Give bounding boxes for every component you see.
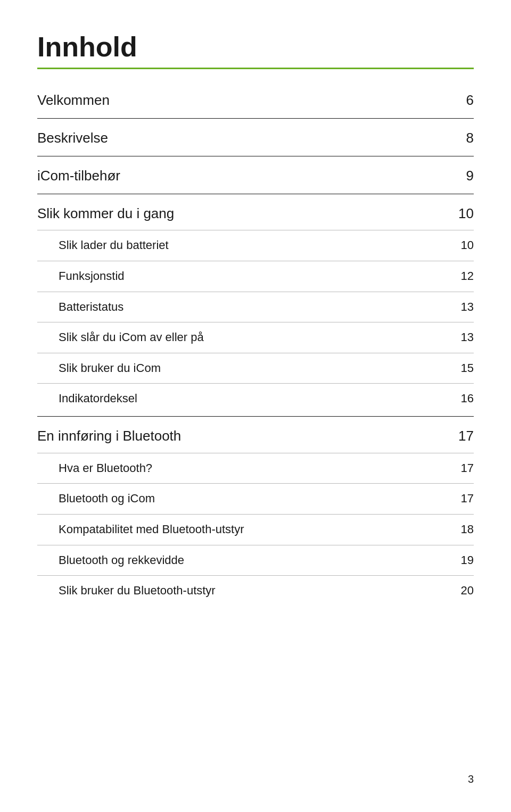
subdivider-slik-bruker [37,353,474,353]
toc-page-slik-slar: 13 [452,330,474,345]
toc-entry-slik-bruker[interactable]: Slik bruker du iCom 15 [37,354,474,383]
toc-section-velkommen: Velkommen 6 [37,85,474,119]
toc-page-rekkevidde: 19 [452,553,474,568]
toc-entry-slik-slar[interactable]: Slik slår du iCom av eller på 13 [37,324,474,352]
toc-page-slik-bruker-bluetooth: 20 [452,583,474,599]
toc-page-slik-bruker: 15 [452,361,474,376]
toc-entry-bluetooth-innforing[interactable]: En innføring i Bluetooth 17 [37,421,474,452]
title-divider [37,68,474,69]
toc-label-slik-slar: Slik slår du iCom av eller på [59,330,452,345]
toc-entry-velkommen[interactable]: Velkommen 6 [37,85,474,116]
subdivider-hva-er [37,453,474,453]
page-number: 3 [468,773,474,785]
toc-label-velkommen: Velkommen [37,92,452,110]
toc-label-batteristatus: Batteristatus [59,300,452,315]
toc-label-icom: iCom-tilbehør [37,167,452,185]
divider-icom [37,194,474,194]
subdivider-batteristatus [37,292,474,292]
subdivider-slik-bruker-bluetooth [37,575,474,576]
toc-entry-funksjonstid[interactable]: Funksjonstid 12 [37,262,474,291]
toc-page-batteristatus: 13 [452,300,474,315]
toc-label-slik-kommer: Slik kommer du i gang [37,205,452,223]
toc-section-icom: iCom-tilbehør 9 [37,161,474,194]
toc-label-funksjonstid: Funksjonstid [59,269,452,284]
table-of-contents: Velkommen 6 Beskrivelse 8 iCom-tilbehør … [37,85,474,605]
toc-label-bluetooth-innforing: En innføring i Bluetooth [37,427,452,445]
toc-label-beskrivelse: Beskrivelse [37,129,452,147]
toc-page-slik-lader: 10 [452,238,474,253]
toc-entry-batteristatus[interactable]: Batteristatus 13 [37,293,474,321]
toc-page-indikatordeksel: 16 [452,391,474,407]
divider-slik-kommer-end [37,416,474,417]
subdivider-slik-lader [37,230,474,230]
toc-page-bluetooth-icom: 17 [452,491,474,507]
toc-label-slik-lader: Slik lader du batteriet [59,238,452,253]
toc-entry-beskrivelse[interactable]: Beskrivelse 8 [37,123,474,154]
toc-page-bluetooth-innforing: 17 [452,427,474,445]
toc-entry-kompatabilitet[interactable]: Kompatabilitet med Bluetooth-utstyr 18 [37,516,474,544]
toc-entry-indikatordeksel[interactable]: Indikatordeksel 16 [37,385,474,413]
toc-section-bluetooth: En innføring i Bluetooth 17 Hva er Bluet… [37,421,474,605]
toc-page-kompatabilitet: 18 [452,522,474,537]
subdivider-slik-slar [37,322,474,322]
toc-label-slik-bruker-bluetooth: Slik bruker du Bluetooth-utstyr [59,583,452,599]
toc-section-slik-kommer: Slik kommer du i gang 10 Slik lader du b… [37,198,474,417]
subdivider-rekkevidde [37,545,474,545]
toc-page-velkommen: 6 [452,92,474,110]
toc-entry-icom[interactable]: iCom-tilbehør 9 [37,161,474,192]
toc-label-bluetooth-icom: Bluetooth og iCom [59,491,452,507]
toc-entry-slik-lader[interactable]: Slik lader du batteriet 10 [37,231,474,260]
divider-velkommen [37,118,474,119]
toc-entry-rekkevidde[interactable]: Bluetooth og rekkevidde 19 [37,546,474,575]
toc-entry-hva-er-bluetooth[interactable]: Hva er Bluetooth? 17 [37,454,474,483]
toc-page-hva-er-bluetooth: 17 [452,461,474,476]
subdivider-kompatabilitet [37,514,474,515]
subdivider-bluetooth-icom [37,483,474,484]
subdivider-funksjonstid [37,261,474,261]
toc-entry-slik-kommer[interactable]: Slik kommer du i gang 10 [37,198,474,229]
toc-label-indikatordeksel: Indikatordeksel [59,391,452,407]
page-title: Innhold [37,32,474,62]
toc-entry-slik-bruker-bluetooth[interactable]: Slik bruker du Bluetooth-utstyr 20 [37,577,474,605]
toc-page-slik-kommer: 10 [452,205,474,223]
toc-label-slik-bruker: Slik bruker du iCom [59,361,452,376]
toc-label-rekkevidde: Bluetooth og rekkevidde [59,553,452,568]
toc-page-icom: 9 [452,167,474,185]
toc-label-hva-er-bluetooth: Hva er Bluetooth? [59,461,452,476]
toc-page-beskrivelse: 8 [452,129,474,147]
divider-beskrivelse [37,156,474,156]
toc-section-beskrivelse: Beskrivelse 8 [37,123,474,156]
toc-page-funksjonstid: 12 [452,269,474,284]
subdivider-indikatordeksel [37,383,474,384]
toc-label-kompatabilitet: Kompatabilitet med Bluetooth-utstyr [59,522,452,537]
toc-entry-bluetooth-icom[interactable]: Bluetooth og iCom 17 [37,485,474,513]
